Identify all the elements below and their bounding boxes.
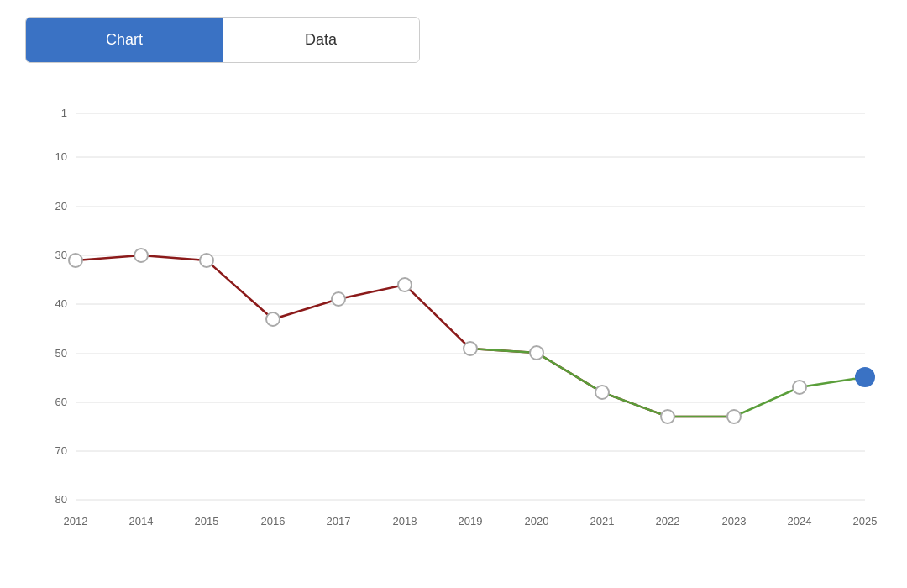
svg-text:2021: 2021	[590, 515, 615, 528]
svg-text:2018: 2018	[393, 515, 417, 528]
svg-text:50: 50	[55, 347, 67, 360]
data-point-2022[interactable]	[661, 410, 674, 423]
svg-text:30: 30	[55, 249, 67, 261]
tab-chart[interactable]: Chart	[26, 18, 223, 62]
data-point-2014[interactable]	[134, 249, 148, 262]
svg-text:2019: 2019	[459, 515, 483, 528]
svg-text:70: 70	[55, 444, 67, 457]
page: Chart Data .grid-line { stroke: #e0e0e0;…	[0, 0, 907, 588]
data-point-2021[interactable]	[595, 386, 609, 399]
data-point-2015[interactable]	[200, 254, 213, 267]
svg-text:2017: 2017	[327, 515, 351, 528]
svg-text:2015: 2015	[195, 515, 219, 528]
data-point-2017[interactable]	[332, 292, 345, 306]
data-point-2018[interactable]	[398, 278, 412, 291]
svg-text:60: 60	[55, 396, 67, 408]
chart-line-green	[470, 349, 865, 417]
svg-text:20: 20	[55, 200, 67, 213]
svg-text:2025: 2025	[853, 515, 878, 528]
chart-svg: .grid-line { stroke: #e0e0e0; stroke-wid…	[25, 88, 882, 559]
tab-data[interactable]: Data	[223, 18, 419, 62]
data-point-2019[interactable]	[464, 342, 477, 355]
svg-text:40: 40	[55, 297, 67, 310]
data-point-2016[interactable]	[266, 312, 280, 326]
data-point-2025[interactable]	[856, 368, 874, 386]
tab-chart-label: Chart	[106, 31, 143, 48]
svg-text:1: 1	[61, 107, 67, 119]
svg-text:2022: 2022	[656, 515, 680, 528]
svg-text:2016: 2016	[261, 515, 286, 528]
data-point-2024[interactable]	[793, 381, 806, 394]
data-point-2012[interactable]	[69, 254, 82, 267]
data-point-2020[interactable]	[530, 346, 543, 360]
svg-text:80: 80	[55, 493, 67, 506]
svg-text:2012: 2012	[64, 515, 88, 528]
data-point-2023[interactable]	[727, 410, 741, 423]
chart-container: .grid-line { stroke: #e0e0e0; stroke-wid…	[25, 88, 882, 559]
svg-text:10: 10	[55, 150, 67, 163]
svg-text:2020: 2020	[525, 515, 549, 528]
tab-bar: Chart Data	[25, 17, 420, 63]
svg-text:2024: 2024	[788, 515, 812, 528]
svg-text:2014: 2014	[129, 515, 154, 528]
svg-text:2023: 2023	[722, 515, 747, 528]
tab-data-label: Data	[305, 31, 337, 48]
